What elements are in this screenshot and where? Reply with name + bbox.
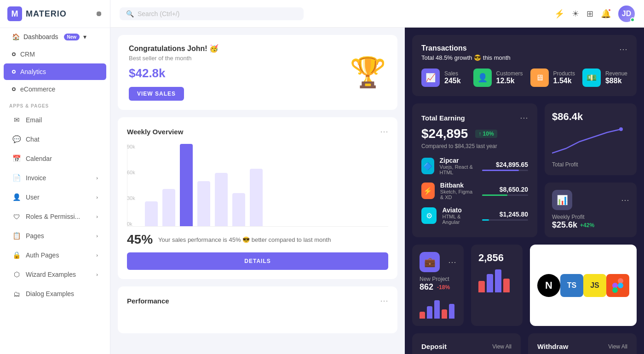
bitbank-amount: $8,650.20 xyxy=(482,186,528,196)
project-header: 💼 ⋯ xyxy=(420,252,456,272)
zipcar-amount: $24,895.65 xyxy=(482,161,528,171)
revenue-label: Revenue xyxy=(605,70,627,77)
view-sales-button[interactable]: VIEW SALES xyxy=(129,87,184,101)
transactions-menu-button[interactable]: ⋯ xyxy=(619,44,627,54)
earning-amount-row: $24,895 ↑ 10% xyxy=(421,126,528,141)
notification-icon[interactable]: 🔔 xyxy=(601,9,611,19)
sidebar-item-crm[interactable]: CRM xyxy=(4,46,106,63)
ecommerce-label: eCommerce xyxy=(20,86,55,93)
sidebar-item-ecommerce[interactable]: eCommerce xyxy=(4,81,106,97)
crm-label: CRM xyxy=(20,51,35,58)
dot-icon xyxy=(12,52,16,56)
theme-icon[interactable]: ☀ xyxy=(572,9,579,19)
sidebar-item-user[interactable]: 👤 User › xyxy=(4,188,106,206)
zipcar-sub: Vuejs, React & HTML xyxy=(440,164,477,175)
logos-card: N TS JS xyxy=(530,245,637,326)
figma-icon xyxy=(612,278,623,293)
profit-menu-button[interactable]: ⋯ xyxy=(621,195,629,205)
weekly-chart: 90k 60k 30k 0k xyxy=(127,144,388,227)
transactions-title: Transactions xyxy=(421,44,511,52)
profit-large-value: $86.4k xyxy=(552,111,583,123)
pages-icon: 📋 xyxy=(12,231,21,240)
search-box[interactable]: 🔍 Search (Ctrl+/) xyxy=(120,7,304,20)
email-label: Email xyxy=(26,116,42,124)
svg-point-4 xyxy=(618,283,623,288)
earning-amount: $24,895 xyxy=(421,126,468,141)
earning-transaction-list: 🔷 Zipcar Vuejs, React & HTML $24,895.65 xyxy=(421,157,528,225)
typescript-logo: TS xyxy=(560,274,583,297)
chat-label: Chat xyxy=(26,136,40,143)
aviato-amount: $1,245.80 xyxy=(482,211,528,221)
sidebar-item-calendar[interactable]: 📅 Calendar xyxy=(4,149,106,168)
grid-icon[interactable]: ⊞ xyxy=(586,9,593,19)
zipcar-name: Zipcar xyxy=(440,157,477,164)
sidebar-item-dashboards[interactable]: 🏠 Dashboards New ▾ xyxy=(4,29,106,45)
new-badge: New xyxy=(64,34,80,40)
logo-name: MATERIO xyxy=(26,9,67,19)
earning-compare: Compared to $84,325 last year xyxy=(421,143,528,149)
translate-icon[interactable]: ⚡ xyxy=(554,9,564,19)
weekly-header: Weekly Overview ⋯ xyxy=(127,126,388,137)
revenue-info: Revenue $88k xyxy=(605,70,627,85)
total-profit-chart-card: $86.4k Total Profit xyxy=(545,103,637,175)
performance-header: Performance ⋯ xyxy=(127,296,388,306)
record-icon[interactable]: ⏺ xyxy=(95,10,103,18)
sidebar-item-invoice[interactable]: 📄 Invoice › xyxy=(4,169,106,187)
sidebar-item-dialog[interactable]: 🗂 Dialog Examples xyxy=(4,285,106,303)
sidebar-item-pages[interactable]: 📋 Pages › xyxy=(4,227,106,245)
bitbank-amount-value: $8,650.20 xyxy=(482,186,528,193)
earning-menu-button[interactable]: ⋯ xyxy=(520,113,528,123)
large-value-header: 2,856 xyxy=(478,252,515,264)
transactions-subtitle: Total 48.5% growth 😎 this month xyxy=(421,54,511,61)
stats-bar-icon: 📊 xyxy=(552,190,572,210)
chevron-right-icon: › xyxy=(96,175,98,181)
total-profit-text-card: 📊 ⋯ Weekly Profit $25.6k +42% xyxy=(545,183,637,237)
chevron-right-icon: › xyxy=(96,272,98,277)
dialog-icon: 🗂 xyxy=(12,289,21,298)
profit-growth: +42% xyxy=(580,222,594,228)
chevron-down-icon: ▾ xyxy=(83,33,86,40)
y-label-30k: 30k xyxy=(127,195,135,201)
avatar[interactable]: JD xyxy=(618,6,635,22)
user-icon: 👤 xyxy=(12,193,21,202)
figma-logo xyxy=(606,274,629,297)
project-menu-button[interactable]: ⋯ xyxy=(448,257,456,267)
sidebar-item-email[interactable]: ✉ Email xyxy=(4,111,106,129)
performance-card: Performance ⋯ xyxy=(118,286,397,333)
weekly-footer: 45% Your sales performance is 45% 😎 bett… xyxy=(127,232,388,247)
auth-icon: 🔒 xyxy=(12,251,21,260)
deposit-view-all[interactable]: View All xyxy=(492,343,512,350)
calendar-icon: 📅 xyxy=(12,154,21,163)
deposit-title: Deposit xyxy=(421,343,447,350)
sales-label: Sales xyxy=(444,70,461,77)
sidebar: M MATERIO ⏺ 🏠 Dashboards New ▾ CRM Analy… xyxy=(0,0,110,354)
weekly-details-button[interactable]: DETAILS xyxy=(127,252,388,270)
aviato-bar xyxy=(482,219,528,221)
sidebar-item-analytics[interactable]: Analytics xyxy=(4,63,106,80)
user-label: User xyxy=(26,194,40,201)
avatar-status-dot xyxy=(630,17,635,22)
weekly-menu-button[interactable]: ⋯ xyxy=(380,126,388,137)
performance-menu-button[interactable]: ⋯ xyxy=(380,296,388,306)
sidebar-item-roles[interactable]: 🛡 Roles & Permissi... › xyxy=(4,207,106,226)
sidebar-item-auth[interactable]: 🔒 Auth Pages › xyxy=(4,246,106,264)
lv-bar-4 xyxy=(503,279,510,292)
zipcar-bar-fill xyxy=(482,170,519,171)
sidebar-item-wizard[interactable]: ⬡ Wizard Examples › xyxy=(4,265,106,284)
main-area: 🔍 Search (Ctrl+/) ⚡ ☀ ⊞ 🔔 JD Congratulat… xyxy=(110,0,644,354)
sidebar-item-chat[interactable]: 💬 Chat xyxy=(4,130,106,148)
aviato-info: Aviato HTML & Angular xyxy=(442,206,477,225)
chart-y-axis: 90k 60k 30k 0k xyxy=(127,144,137,227)
withdraw-title: Withdraw xyxy=(537,343,568,350)
aviato-sub: HTML & Angular xyxy=(442,214,477,225)
products-label: Products xyxy=(553,70,575,77)
deposit-header: Deposit View All xyxy=(421,343,512,350)
javascript-logo: JS xyxy=(583,274,606,297)
search-placeholder: Search (Ctrl+/) xyxy=(138,10,179,17)
products-value: 1.54k xyxy=(553,77,575,85)
zipcar-info: Zipcar Vuejs, React & HTML xyxy=(440,157,477,175)
bitbank-logo: ⚡ xyxy=(421,183,435,199)
congrats-text: Congratulations John! 🥳 Best seller of t… xyxy=(129,44,218,101)
withdraw-view-all[interactable]: View All xyxy=(608,343,627,350)
bar-4 xyxy=(197,181,210,226)
